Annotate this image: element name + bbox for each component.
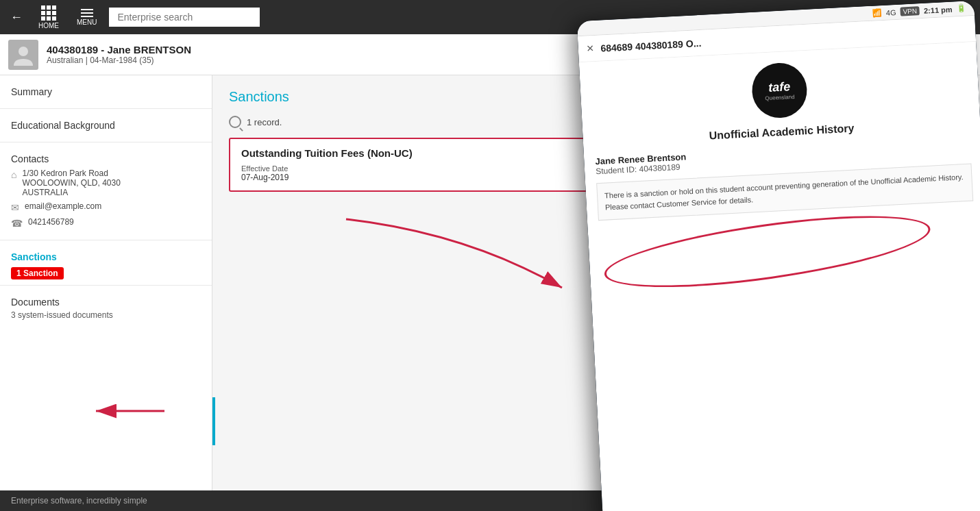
menu-label: MENU (77, 18, 97, 26)
hamburger-icon (81, 9, 93, 17)
sanction-card-title: Outstanding Tuition Fees (Non-UC) (241, 147, 951, 159)
email-icon: ✉ (11, 202, 19, 213)
effective-date-value: 07-Aug-2019 (241, 173, 951, 182)
profile-name: 404380189 - Jane BRENTSON (47, 44, 191, 55)
phone-icon: ☎ (11, 218, 23, 229)
sanctions-panel-title: Sanctions (229, 89, 964, 105)
sidebar-sanctions[interactable]: Sanctions 1 Sanction (0, 240, 212, 286)
phone-value: 0421456789 (28, 217, 74, 227)
effective-date-label: Effective Date (241, 164, 951, 173)
profile-info: 404380189 - Jane BRENTSON Australian | 0… (47, 44, 191, 65)
contact-address: ⌂ 1/30 Kedron Park Road WOOLOOWIN, QLD, … (11, 169, 201, 197)
enterprise-search-input[interactable] (109, 8, 260, 27)
top-navigation: ← HOME MENU My Details (0, 0, 980, 34)
content-area: Sanctions 1 record. Outstanding Tuition … (212, 75, 980, 490)
footer-text: Enterprise software, incredibly simple (11, 496, 147, 506)
home-icon: ⌂ (11, 169, 16, 180)
search-icon (229, 116, 241, 128)
sanction-badge: 1 Sanction (11, 267, 64, 279)
sidebar-documents[interactable]: Documents 3 system-issued documents (0, 286, 212, 327)
my-details-button[interactable]: My Details (907, 8, 973, 27)
main-layout: Summary Educational Background Contacts … (0, 75, 980, 490)
documents-sub: 3 system-issued documents (11, 310, 201, 320)
menu-button[interactable]: MENU (71, 5, 102, 29)
sidebar-summary[interactable]: Summary (0, 75, 212, 109)
avatar (8, 40, 38, 70)
sanction-card[interactable]: Outstanding Tuition Fees (Non-UC) Effect… (229, 138, 964, 192)
home-button[interactable]: HOME (33, 2, 64, 33)
contact-phone: ☎ 0421456789 (11, 217, 201, 229)
sanctions-title: Sanctions (11, 251, 201, 262)
educational-background-label: Educational Background (11, 120, 201, 131)
teal-accent-bar (212, 397, 215, 445)
address-line1: 1/30 Kedron Park Road (22, 169, 120, 178)
sidebar-contacts: Contacts ⌂ 1/30 Kedron Park Road WOOLOOW… (0, 142, 212, 240)
sidebar: Summary Educational Background Contacts … (0, 75, 212, 490)
summary-label: Summary (11, 86, 201, 97)
email-value: email@example.com (25, 201, 101, 211)
contact-email: ✉ email@example.com (11, 201, 201, 213)
sidebar-educational[interactable]: Educational Background (0, 109, 212, 142)
address-line2: WOOLOOWIN, QLD, 4030 (22, 178, 120, 188)
contacts-label: Contacts (11, 153, 201, 164)
address-line3: AUSTRALIA (22, 188, 120, 197)
profile-bar: 404380189 - Jane BRENTSON Australian | 0… (0, 34, 980, 75)
documents-label: Documents (11, 297, 201, 308)
record-count: 1 record. (229, 116, 964, 128)
svg-point-0 (19, 47, 28, 56)
footer: Enterprise software, incredibly simple (0, 490, 980, 511)
home-grid-icon (41, 5, 56, 21)
profile-sub: Australian | 04-Mar-1984 (35) (47, 55, 191, 65)
back-button[interactable]: ← (7, 7, 26, 28)
home-label: HOME (38, 22, 59, 29)
